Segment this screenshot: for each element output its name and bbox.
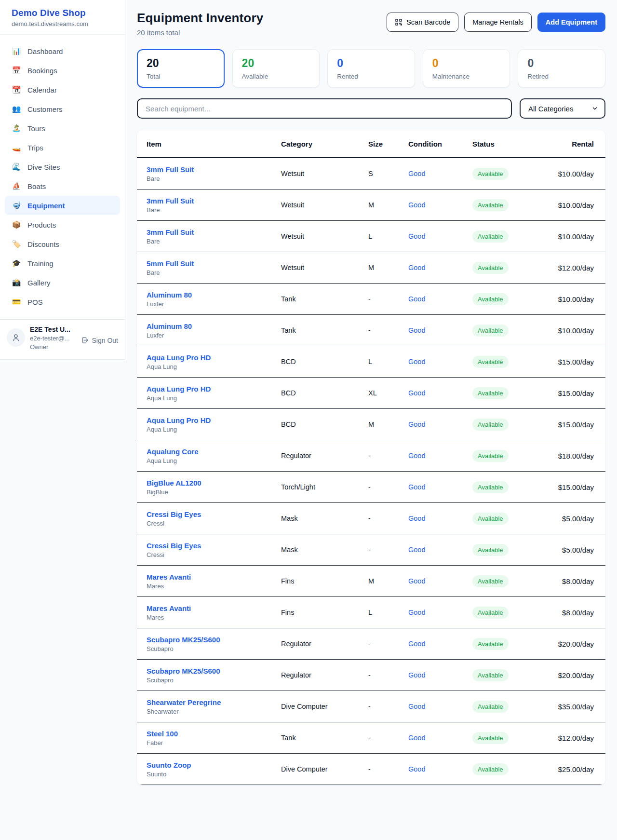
sidebar-item-customers[interactable]: 👥 Customers [5, 99, 120, 119]
item-brand: Faber [147, 739, 281, 746]
manage-rentals-button[interactable]: Manage Rentals [464, 13, 532, 32]
item-name-link[interactable]: Aqua Lung Pro HD [147, 385, 281, 393]
condition-link[interactable]: Good [408, 609, 425, 616]
item-name-link[interactable]: Shearwater Peregrine [147, 698, 281, 706]
stat-card[interactable]: 0 Maintenance [423, 49, 510, 88]
sidebar-item-boats[interactable]: ⛵ Boats [5, 176, 120, 196]
add-equipment-button[interactable]: Add Equipment [537, 13, 605, 32]
condition-link[interactable]: Good [408, 671, 425, 679]
stat-value: 20 [242, 57, 310, 70]
sidebar-item-equipment[interactable]: 🤿 Equipment [5, 196, 120, 215]
item-name-link[interactable]: Cressi Big Eyes [147, 510, 281, 518]
rental-cell: $15.00/day [548, 483, 594, 491]
item-name-link[interactable]: Aqua Lung Pro HD [147, 416, 281, 424]
trips-icon: 🚤 [12, 143, 21, 152]
search-input[interactable] [137, 98, 512, 119]
sidebar-item-label: Tours [27, 124, 45, 133]
item-name-link[interactable]: Cressi Big Eyes [147, 542, 281, 550]
size-cell: XL [368, 389, 408, 397]
sidebar-item-label: Equipment [27, 202, 65, 210]
sidebar-item-training[interactable]: 🎓 Training [5, 254, 120, 273]
stat-card[interactable]: 20 Total [137, 49, 225, 88]
condition-link[interactable]: Good [408, 546, 425, 554]
customers-icon: 👥 [12, 105, 21, 113]
item-brand: Aqua Lung [147, 363, 281, 370]
user-role: Owner [30, 343, 76, 351]
table-row: Scubapro MK25/S600 Scubapro Regulator - … [137, 628, 605, 660]
sidebar-item-label: Calendar [27, 86, 57, 94]
boats-icon: ⛵ [12, 182, 21, 190]
sidebar-item-discounts[interactable]: 🏷️ Discounts [5, 234, 120, 254]
condition-link[interactable]: Good [408, 201, 425, 209]
status-badge: Available [472, 607, 509, 619]
sidebar-item-calendar[interactable]: 📆 Calendar [5, 80, 120, 99]
sidebar-item-tours[interactable]: 🏝️ Tours [5, 119, 120, 138]
condition-link[interactable]: Good [408, 264, 425, 271]
condition-link[interactable]: Good [408, 326, 425, 334]
item-name-link[interactable]: 3mm Full Suit [147, 165, 281, 174]
condition-link[interactable]: Good [408, 483, 425, 491]
stat-card[interactable]: 20 Available [232, 49, 320, 88]
condition-link[interactable]: Good [408, 452, 425, 460]
condition-link[interactable]: Good [408, 765, 425, 773]
sidebar-item-label: Products [27, 221, 56, 229]
category-cell: BCD [281, 389, 368, 397]
item-brand: Mares [147, 614, 281, 621]
condition-link[interactable]: Good [408, 232, 425, 240]
sidebar-item-dashboard[interactable]: 📊 Dashboard [5, 41, 120, 61]
stat-label: Total [147, 73, 215, 80]
category-cell: Dive Computer [281, 703, 368, 710]
table-row: Aluminum 80 Luxfer Tank - Good Available… [137, 315, 605, 346]
item-name-link[interactable]: Steel 100 [147, 730, 281, 738]
sidebar-item-bookings[interactable]: 📅 Bookings [5, 61, 120, 80]
category-cell: Wetsuit [281, 264, 368, 271]
condition-link[interactable]: Good [408, 734, 425, 742]
item-brand: Scubapro [147, 677, 281, 684]
condition-link[interactable]: Good [408, 515, 425, 522]
item-name-link[interactable]: 3mm Full Suit [147, 228, 281, 236]
condition-link[interactable]: Good [408, 295, 425, 303]
stat-card[interactable]: 0 Retired [518, 49, 605, 88]
sign-out-button[interactable]: Sign Out [81, 336, 118, 344]
sidebar-item-dive-sites[interactable]: 🌊 Dive Sites [5, 157, 120, 176]
condition-link[interactable]: Good [408, 420, 425, 428]
size-cell: M [368, 201, 408, 209]
item-name-link[interactable]: BigBlue AL1200 [147, 479, 281, 487]
condition-link[interactable]: Good [408, 389, 425, 397]
item-name-link[interactable]: Mares Avanti [147, 604, 281, 612]
item-name-link[interactable]: Aluminum 80 [147, 291, 281, 299]
scan-barcode-button[interactable]: Scan Barcode [387, 13, 458, 32]
item-name-link[interactable]: Suunto Zoop [147, 761, 281, 769]
item-name-link[interactable]: Scubapro MK25/S600 [147, 636, 281, 644]
equipment-table: Item Category Size Condition Status Rent… [137, 130, 605, 785]
tours-icon: 🏝️ [12, 124, 21, 133]
item-name-link[interactable]: 3mm Full Suit [147, 197, 281, 205]
stat-card[interactable]: 0 Rented [327, 49, 415, 88]
sidebar-item-pos[interactable]: 💳 POS [5, 292, 120, 312]
category-cell: BCD [281, 420, 368, 428]
size-cell: - [368, 515, 408, 522]
category-filter-select[interactable]: All Categories [520, 98, 605, 119]
rental-cell: $5.00/day [548, 546, 594, 554]
condition-link[interactable]: Good [408, 640, 425, 648]
item-name-link[interactable]: Mares Avanti [147, 573, 281, 581]
item-name-link[interactable]: 5mm Full Suit [147, 259, 281, 268]
sidebar-item-products[interactable]: 📦 Products [5, 215, 120, 234]
items-total-count: 20 items total [137, 28, 263, 37]
sign-out-icon [81, 336, 89, 344]
item-name-link[interactable]: Aluminum 80 [147, 322, 281, 330]
stat-value: 0 [432, 57, 501, 70]
equipment-icon: 🤿 [12, 201, 21, 210]
item-name-link[interactable]: Aqua Lung Pro HD [147, 353, 281, 362]
sidebar-item-gallery[interactable]: 📸 Gallery [5, 273, 120, 292]
brand-name[interactable]: Demo Dive Shop [12, 8, 113, 18]
user-icon [12, 333, 20, 342]
condition-link[interactable]: Good [408, 577, 425, 585]
item-name-link[interactable]: Scubapro MK25/S600 [147, 667, 281, 675]
item-name-link[interactable]: Aqualung Core [147, 447, 281, 456]
sidebar-item-trips[interactable]: 🚤 Trips [5, 138, 120, 157]
condition-link[interactable]: Good [408, 358, 425, 366]
condition-link[interactable]: Good [408, 170, 425, 177]
products-icon: 📦 [12, 220, 21, 229]
condition-link[interactable]: Good [408, 703, 425, 710]
